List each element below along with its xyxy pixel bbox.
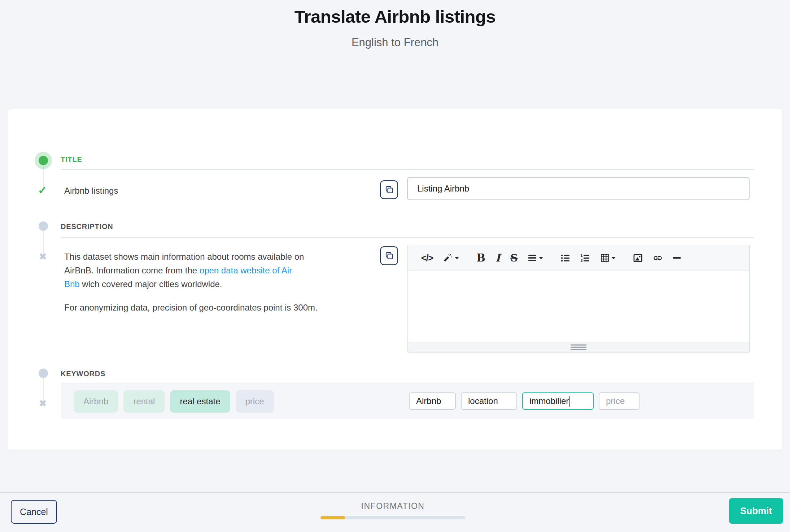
description-divider [61, 237, 754, 238]
keyword-input-value: Airbnb [416, 396, 441, 406]
resize-grip-icon [571, 344, 586, 350]
strikethrough-icon[interactable]: S [510, 252, 518, 264]
footer-bar: Cancel INFORMATION Submit [0, 492, 790, 532]
code-view-icon[interactable]: </> [421, 253, 433, 263]
keywords-band: Airbnb rental real estate price Airbnb l… [61, 383, 754, 419]
progress-fill [320, 516, 345, 519]
title-step-dot-inner [39, 156, 48, 165]
description-line: Bnb wich covered major cities worldwide. [64, 277, 389, 291]
description-section-label: DESCRIPTION [61, 223, 113, 231]
keywords-incomplete-x-icon: ✖ [39, 398, 47, 409]
svg-text:2: 2 [581, 258, 583, 262]
progress-label: INFORMATION [320, 501, 465, 511]
title-complete-check-icon: ✓ [38, 184, 47, 197]
progress-track [320, 516, 465, 519]
keywords-target-inputs: Airbnb location immobilier price [409, 392, 640, 410]
editor-resize-handle[interactable] [407, 342, 749, 352]
keyword-tag-rental[interactable]: rental [123, 390, 165, 413]
horizontal-rule-icon[interactable] [673, 257, 681, 259]
open-data-link[interactable]: Bnb [64, 279, 80, 289]
bullet-list-icon[interactable] [560, 253, 570, 263]
description-source-text: This dataset shows main information abou… [64, 250, 389, 315]
bold-icon[interactable]: B [476, 252, 485, 264]
keywords-section-label: KEYWORDS [61, 370, 105, 378]
keyword-input-2[interactable]: location [461, 392, 517, 410]
italic-icon[interactable]: I [496, 252, 501, 264]
keyword-input-4[interactable]: price [599, 392, 640, 410]
title-section-label: TITLE [61, 155, 82, 164]
image-icon[interactable] [633, 253, 643, 263]
cancel-button[interactable]: Cancel [11, 500, 57, 524]
open-data-link[interactable]: open data website of Air [200, 265, 292, 275]
page-subtitle: English to French [0, 36, 790, 49]
keyword-input-value: immobilier [529, 396, 569, 406]
description-step-dot [39, 221, 48, 231]
description-copy-button[interactable] [380, 246, 398, 265]
title-translation-input[interactable] [407, 177, 750, 200]
description-text: AirBnB. Information come from the [64, 265, 200, 275]
keywords-step-dot [39, 369, 48, 378]
title-source-text: Airbnb listings [64, 186, 118, 196]
description-incomplete-x-icon: ✖ [39, 251, 47, 262]
dropdown-caret [455, 257, 459, 259]
page-header: Translate Airbnb listings English to Fre… [0, 0, 790, 49]
page-title: Translate Airbnb listings [0, 6, 790, 27]
title-step-dot [35, 152, 52, 169]
dropdown-caret [539, 257, 543, 259]
keyword-input-placeholder: price [606, 396, 625, 406]
keywords-source-tags: Airbnb rental real estate price [74, 390, 274, 413]
magic-wand-icon[interactable] [443, 253, 459, 263]
description-text: This dataset shows main information abou… [64, 252, 304, 261]
svg-text:1: 1 [581, 253, 583, 258]
keyword-input-3-focused[interactable]: immobilier [522, 392, 594, 410]
dropdown-caret [611, 257, 616, 259]
title-copy-button[interactable] [380, 180, 398, 199]
text-cursor [569, 396, 570, 407]
description-text: wich covered major cities worldwide. [80, 279, 222, 289]
horizontal-rule-glyph [673, 257, 681, 259]
align-icon[interactable] [528, 253, 543, 263]
keyword-tag-price[interactable]: price [236, 390, 274, 413]
progress-section: INFORMATION [320, 501, 465, 519]
keyword-tag-real-estate[interactable]: real estate [170, 390, 230, 413]
editor-toolbar: </> B I S [407, 245, 749, 271]
description-rich-text-editor: </> B I S [407, 245, 750, 352]
description-line: AirBnB. Information come from the open d… [64, 264, 389, 277]
description-line: This dataset shows main information abou… [64, 250, 389, 264]
table-icon[interactable] [600, 253, 616, 263]
copy-icon [384, 185, 394, 195]
keyword-tag-airbnb[interactable]: Airbnb [74, 390, 118, 413]
translation-card: ✓ TITLE Airbnb listings ✖ DESCRIPTION Th… [8, 109, 782, 450]
description-editor-textarea[interactable] [407, 271, 749, 342]
submit-button[interactable]: Submit [729, 498, 783, 524]
description-paragraph2: For anonymizing data, precision of geo-c… [64, 301, 389, 315]
copy-icon [384, 251, 394, 261]
link-icon[interactable] [653, 253, 663, 263]
title-divider [61, 169, 754, 170]
numbered-list-icon[interactable]: 1 2 [580, 253, 590, 263]
keyword-input-1[interactable]: Airbnb [409, 392, 456, 410]
keyword-input-value: location [468, 396, 498, 406]
